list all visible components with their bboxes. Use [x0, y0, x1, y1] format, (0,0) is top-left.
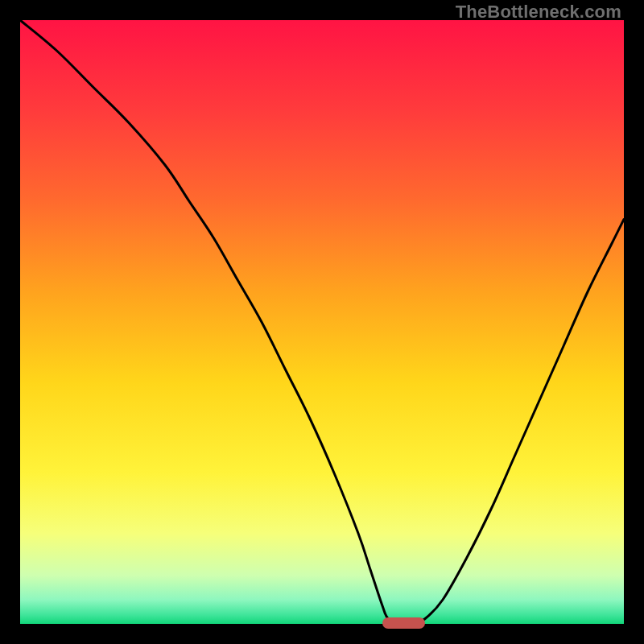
chart-frame: TheBottleneck.com: [0, 0, 644, 644]
bottleneck-curve: [20, 20, 624, 624]
watermark-text: TheBottleneck.com: [456, 2, 621, 23]
plot-area: [20, 20, 624, 624]
optimum-marker: [382, 617, 425, 629]
